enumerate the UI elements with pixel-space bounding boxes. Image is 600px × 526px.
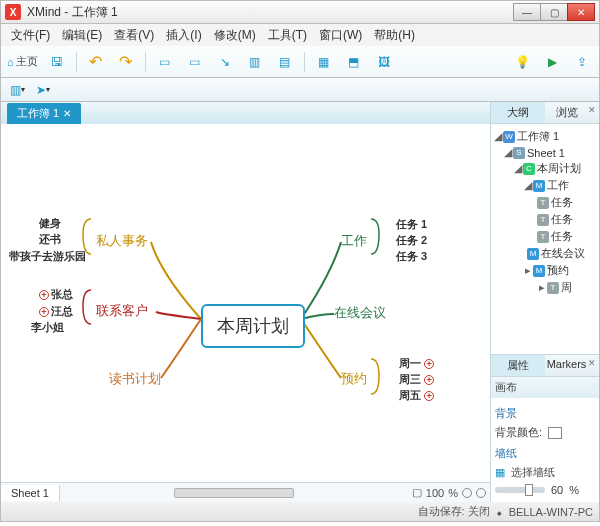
tree-week[interactable]: 周 [561,280,572,295]
zoom-fit2-icon[interactable] [476,488,486,498]
leaf-returnbook[interactable]: 还书 [39,232,61,247]
template-button[interactable]: ▦ [313,51,335,73]
menu-tools[interactable]: 工具(T) [262,25,313,46]
node-button[interactable]: ▭ [154,51,176,73]
zoom-fit-icon[interactable] [462,488,472,498]
bg-color-swatch[interactable] [548,427,562,439]
close-panel-icon[interactable]: ✕ [588,358,596,368]
main-area: 工作簿 1 ✕ 本周计划 私人事务 联系客户 读书计划 工作 [0,102,600,502]
center-icon: C [523,163,535,175]
summary-button[interactable]: ▤ [274,51,296,73]
document-tab[interactable]: 工作簿 1 ✕ [7,103,81,124]
close-tab-icon[interactable]: ✕ [63,108,71,119]
leaf-wang[interactable]: +汪总 [39,304,73,319]
sheet-tab[interactable]: Sheet 1 [1,485,60,501]
tree-task[interactable]: 任务 [551,212,573,227]
leaf-zhang[interactable]: +张总 [39,287,73,302]
undo-icon: ↶ [89,52,102,71]
zoom-out-icon[interactable]: ▢ [412,486,422,499]
tree-sheet[interactable]: Sheet 1 [527,147,565,159]
tree-online[interactable]: 在线会议 [541,246,585,261]
share-button[interactable]: ⇪ [571,51,593,73]
menu-modify[interactable]: 修改(M) [208,25,262,46]
idea-button[interactable]: 💡 [511,51,533,73]
play-icon: ▶ [548,55,557,69]
expand-icon[interactable]: + [39,307,49,317]
redo-icon: ↷ [119,52,132,71]
undo-button[interactable]: ↶ [85,51,107,73]
leaf-li[interactable]: 李小姐 [31,320,64,335]
relation-icon: ↘ [220,55,230,69]
tree-work[interactable]: 工作 [547,178,569,193]
leaf-wed[interactable]: 周三 + [399,372,436,387]
share-icon: ⇪ [577,55,587,69]
tree-task[interactable]: 任务 [551,229,573,244]
leaf-fri[interactable]: 周五 + [399,388,436,403]
menu-window[interactable]: 窗口(W) [313,25,368,46]
marker-button[interactable]: ⬒ [343,51,365,73]
expand-icon[interactable]: + [424,391,434,401]
relation-button[interactable]: ↘ [214,51,236,73]
document-tab-label: 工作簿 1 [17,106,59,121]
branch-work[interactable]: 工作 [341,232,367,250]
home-button[interactable]: ⌂ 主页 [7,54,38,69]
template-icon: ▦ [318,55,329,69]
branch-appointment[interactable]: 预约 [341,370,367,388]
menu-file[interactable]: 文件(F) [5,25,56,46]
document-tabs: 工作簿 1 ✕ [1,102,490,124]
image-button[interactable]: 🖼 [373,51,395,73]
tree-task[interactable]: 任务 [551,195,573,210]
leaf-task1[interactable]: 任务 1 [396,217,427,232]
navigate-button[interactable]: ➤▾ [33,81,53,99]
tree-workbook[interactable]: 工作簿 1 [517,129,559,144]
marker-icon: ⬒ [348,55,359,69]
redo-button[interactable]: ↷ [115,51,137,73]
navigate-icon: ➤ [36,83,46,97]
branch-contacts[interactable]: 联系客户 [96,302,148,320]
menu-bar: 文件(F) 编辑(E) 查看(V) 插入(I) 修改(M) 工具(T) 窗口(W… [0,24,600,46]
present-button[interactable]: ▶ [541,51,563,73]
tab-properties[interactable]: 属性 [491,355,545,376]
autosave-status: 自动保存: 关闭 [418,504,490,519]
wall-group-label: 墙纸 [495,446,595,461]
menu-view[interactable]: 查看(V) [108,25,160,46]
opacity-slider[interactable] [495,487,545,493]
branch-meeting[interactable]: 在线会议 [334,304,386,322]
tab-preview[interactable]: 浏览✕ [545,102,599,123]
subnode-icon: ▭ [189,55,200,69]
tree-appointment[interactable]: 预约 [547,263,569,278]
leaf-park[interactable]: 带孩子去游乐园 [9,249,86,264]
leaf-mon[interactable]: 周一 + [399,356,436,371]
branch-reading[interactable]: 读书计划 [109,370,161,388]
mindmap-canvas[interactable]: 本周计划 私人事务 联系客户 读书计划 工作 在线会议 预约 健身 还书 带孩子… [1,124,490,482]
expand-icon[interactable]: + [424,359,434,369]
subnode-button[interactable]: ▭ [184,51,206,73]
horizontal-scrollbar[interactable] [60,488,408,498]
boundary-button[interactable]: ▥ [244,51,266,73]
center-topic[interactable]: 本周计划 [201,304,305,348]
menu-edit[interactable]: 编辑(E) [56,25,108,46]
minimize-button[interactable]: — [513,3,541,21]
sheet-bar: Sheet 1 ▢ 100% [1,482,490,502]
leaf-fitness[interactable]: 健身 [39,216,61,231]
close-panel-icon[interactable]: ✕ [588,105,596,115]
close-button[interactable]: ✕ [567,3,595,21]
expand-icon[interactable]: + [39,290,49,300]
save-button[interactable]: 🖫 [46,51,68,73]
outline-panel-tabs: 大纲 浏览✕ [491,102,599,124]
tab-markers[interactable]: Markers✕ [545,355,599,376]
topic-icon: T [537,197,549,209]
wall-select-label[interactable]: 选择墙纸 [511,465,555,480]
branch-personal[interactable]: 私人事务 [96,232,148,250]
menu-help[interactable]: 帮助(H) [368,25,421,46]
tab-outline[interactable]: 大纲 [491,102,545,123]
outline-tree[interactable]: ◢W工作簿 1 ◢SSheet 1 ◢C本周计划 ◢M工作 T任务 T任务 T任… [491,124,599,354]
menu-insert[interactable]: 插入(I) [160,25,207,46]
leaf-task3[interactable]: 任务 3 [396,249,427,264]
tree-center[interactable]: 本周计划 [537,161,581,176]
leaf-task2[interactable]: 任务 2 [396,233,427,248]
maximize-button[interactable]: ▢ [540,3,568,21]
expand-icon[interactable]: + [424,375,434,385]
structure-button[interactable]: ▥▾ [7,81,27,99]
host-name: BELLA-WIN7-PC [509,506,593,518]
